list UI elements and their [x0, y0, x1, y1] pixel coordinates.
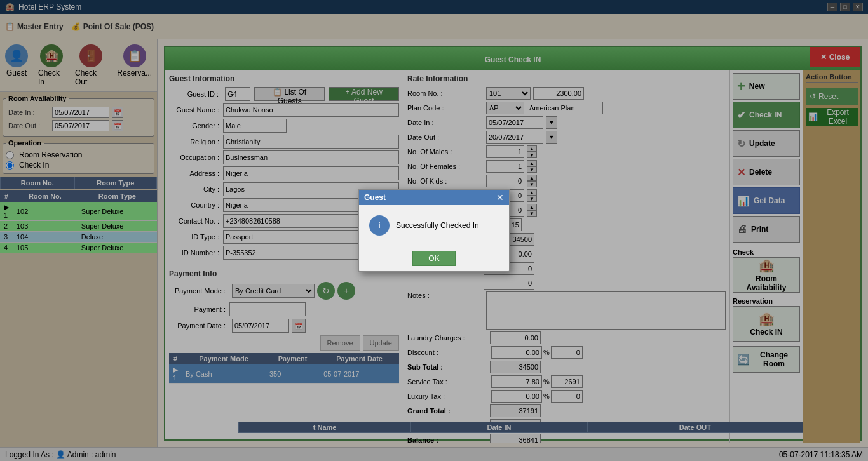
- modal-message: Successfully Checked In: [396, 221, 479, 230]
- modal-title: Guest: [364, 193, 386, 202]
- modal-overlay[interactable]: Guest ✕ i Successfully Checked In OK: [0, 0, 868, 461]
- modal-body: i Successfully Checked In: [359, 205, 509, 246]
- guest-modal: Guest ✕ i Successfully Checked In OK: [358, 189, 510, 272]
- modal-footer: OK: [359, 246, 509, 271]
- modal-info-icon: i: [369, 215, 390, 236]
- modal-header: Guest ✕: [359, 190, 509, 205]
- modal-ok-btn[interactable]: OK: [412, 251, 455, 266]
- modal-close-btn[interactable]: ✕: [496, 192, 504, 203]
